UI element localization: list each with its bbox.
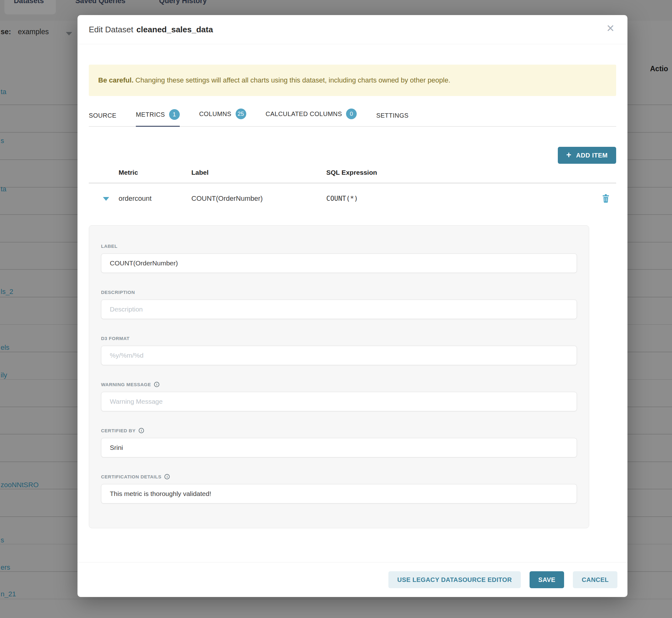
label-input[interactable] xyxy=(101,253,577,273)
dataset-name: cleaned_sales_data xyxy=(136,25,213,34)
metrics-table: Metric Label SQL Expression ordercount C… xyxy=(89,169,616,214)
use-legacy-datasource-editor-button[interactable]: USE LEGACY DATASOURCE EDITOR xyxy=(388,571,520,588)
metrics-count-badge: 1 xyxy=(169,109,180,120)
metrics-toolbar: + ADD ITEM xyxy=(89,147,616,164)
field-description: DESCRIPTION xyxy=(101,289,577,319)
column-header-metric: Metric xyxy=(119,169,191,176)
columns-count-badge: 25 xyxy=(235,109,246,119)
field-certified-by: CERTIFIED BY i xyxy=(101,428,577,457)
dataset-editor-tabs: SOURCE METRICS 1 COLUMNS 25 CALCULATED C… xyxy=(89,109,616,127)
d3-format-input[interactable] xyxy=(101,346,577,365)
tab-calculated-columns[interactable]: CALCULATED COLUMNS 0 xyxy=(266,109,357,126)
warning-message-input[interactable] xyxy=(101,392,577,411)
metric-row: ordercount COUNT(OrderNumber) COUNT(*) xyxy=(89,184,616,214)
metric-detail-panel: LABEL DESCRIPTION D3 FORMAT WARNING MESS… xyxy=(89,225,589,528)
metric-name: ordercount xyxy=(119,195,191,203)
delete-metric-button[interactable] xyxy=(602,194,616,203)
column-header-sql-expression: SQL Expression xyxy=(326,169,602,176)
trash-icon xyxy=(602,194,609,203)
modal-footer: USE LEGACY DATASOURCE EDITOR SAVE CANCEL xyxy=(78,562,628,597)
modal-header: Edit Datasetcleaned_sales_data × xyxy=(78,15,628,44)
field-certification-details: CERTIFICATION DETAILS i xyxy=(101,474,577,504)
close-icon[interactable]: × xyxy=(604,21,616,35)
info-icon[interactable]: i xyxy=(154,382,159,387)
column-header-label: Label xyxy=(191,169,326,176)
field-warning-message: WARNING MESSAGE i xyxy=(101,382,577,411)
info-icon[interactable]: i xyxy=(164,474,170,479)
certification-details-input[interactable] xyxy=(101,484,577,504)
metrics-table-header: Metric Label SQL Expression xyxy=(89,169,616,184)
save-button[interactable]: SAVE xyxy=(530,571,564,588)
warning-banner-bold: Be careful. xyxy=(98,76,134,84)
calculated-columns-count-badge: 0 xyxy=(346,109,357,119)
tab-source[interactable]: SOURCE xyxy=(89,112,116,126)
modal-body: Be careful. Changing these settings will… xyxy=(78,44,628,562)
metric-label: COUNT(OrderNumber) xyxy=(191,195,326,203)
warning-banner: Be careful. Changing these settings will… xyxy=(89,65,616,96)
tab-columns[interactable]: COLUMNS 25 xyxy=(199,109,246,126)
field-d3-format: D3 FORMAT xyxy=(101,335,577,365)
metric-sql-expression: COUNT(*) xyxy=(326,195,602,202)
plus-icon: + xyxy=(566,151,571,160)
warning-banner-text: Be careful. Changing these settings will… xyxy=(98,76,450,84)
certified-by-input[interactable] xyxy=(101,438,577,457)
field-label: LABEL xyxy=(101,243,577,273)
tab-metrics[interactable]: METRICS 1 xyxy=(136,109,180,127)
info-icon[interactable]: i xyxy=(139,428,144,433)
modal-title: Edit Datasetcleaned_sales_data xyxy=(89,25,213,34)
add-item-button[interactable]: + ADD ITEM xyxy=(558,147,616,164)
cancel-button[interactable]: CANCEL xyxy=(573,571,617,588)
description-input[interactable] xyxy=(101,300,577,319)
collapse-caret-icon[interactable] xyxy=(103,197,109,201)
edit-dataset-modal: Edit Datasetcleaned_sales_data × Be care… xyxy=(78,15,628,597)
modal-title-prefix: Edit Dataset xyxy=(89,25,133,34)
tab-settings[interactable]: SETTINGS xyxy=(376,112,408,126)
